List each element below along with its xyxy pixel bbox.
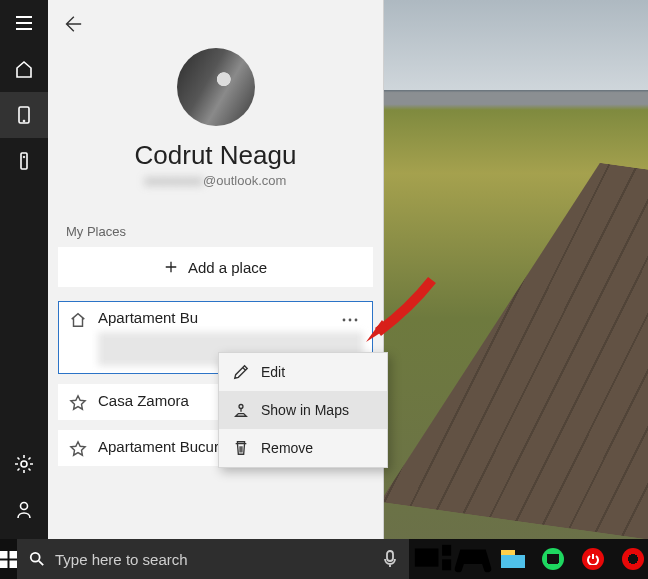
profile-name: Codrut Neagu [48,140,383,171]
settings-icon[interactable] [0,441,48,487]
home-icon [68,309,88,329]
taskbar-search[interactable]: Type here to search [17,539,409,579]
svg-point-21 [31,553,40,562]
taskbar: Type here to search [0,539,648,579]
svg-rect-24 [442,544,451,555]
home-icon[interactable] [0,46,48,92]
maps-icon [233,402,249,418]
svg-rect-23 [415,548,439,566]
app-nav-rail [0,0,48,539]
svg-rect-22 [387,551,393,561]
file-explorer-icon [501,550,525,568]
profile-header: Codrut Neagu xxxxxxxxx@outlook.com [48,48,383,188]
remote-icon[interactable] [0,138,48,184]
place-title: Apartament Bu [98,309,363,326]
ctx-show-in-maps[interactable]: Show in Maps [219,391,387,429]
ctx-item-label: Show in Maps [261,402,349,418]
profile-email: xxxxxxxxx@outlook.com [48,173,383,188]
svg-point-4 [21,461,27,467]
svg-point-15 [239,404,243,408]
svg-rect-18 [10,551,18,559]
trash-icon [233,440,249,456]
add-place-button[interactable]: Add a place [58,247,373,287]
opera-icon [622,548,644,570]
power-button[interactable] [573,539,613,579]
svg-point-3 [23,156,25,158]
opera-button[interactable] [613,539,648,579]
svg-point-6 [343,319,346,322]
svg-point-5 [21,503,28,510]
star-icon [68,392,88,412]
place-more-button[interactable] [336,310,364,330]
mic-icon[interactable] [383,550,397,568]
ctx-item-label: Edit [261,364,285,380]
section-label: My Places [66,224,365,239]
svg-rect-25 [442,559,451,570]
power-icon [582,548,604,570]
svg-point-8 [355,319,358,322]
start-button[interactable] [0,539,17,579]
ctx-edit[interactable]: Edit [219,353,387,391]
svg-point-1 [23,120,25,122]
spotify-icon [542,548,564,570]
hamburger-icon[interactable] [0,0,48,46]
svg-rect-19 [0,560,8,568]
xbox-gamebar-button[interactable] [453,539,493,579]
spotify-button[interactable] [533,539,573,579]
place-context-menu: Edit Show in Maps Remove [218,352,388,468]
search-icon [29,551,45,567]
svg-point-7 [349,319,352,322]
task-view-button[interactable] [413,539,453,579]
file-explorer-button[interactable] [493,539,533,579]
feedback-icon[interactable] [0,487,48,533]
search-placeholder: Type here to search [55,551,373,568]
star-icon [68,438,88,458]
add-place-label: Add a place [188,259,267,276]
svg-rect-2 [21,153,27,169]
pencil-icon [233,364,249,380]
ctx-remove[interactable]: Remove [219,429,387,467]
back-button[interactable] [48,0,96,48]
svg-rect-20 [10,560,18,568]
phone-icon[interactable] [0,92,48,138]
ctx-item-label: Remove [261,440,313,456]
svg-rect-17 [0,551,8,559]
avatar [177,48,255,126]
